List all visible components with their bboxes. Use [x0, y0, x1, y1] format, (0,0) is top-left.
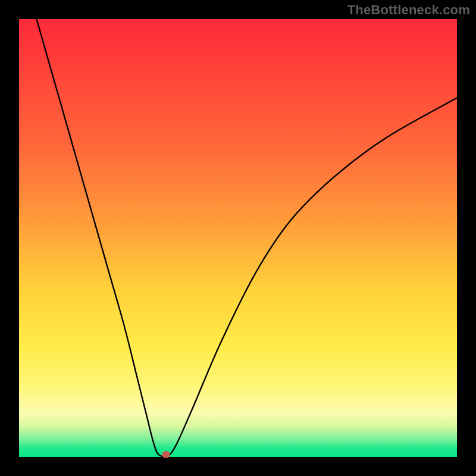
bottleneck-curve: [19, 19, 457, 457]
plot-area: [19, 19, 457, 457]
chart-frame: TheBottleneck.com: [0, 0, 476, 476]
watermark-text: TheBottleneck.com: [347, 2, 470, 18]
minimum-marker: [162, 451, 170, 458]
